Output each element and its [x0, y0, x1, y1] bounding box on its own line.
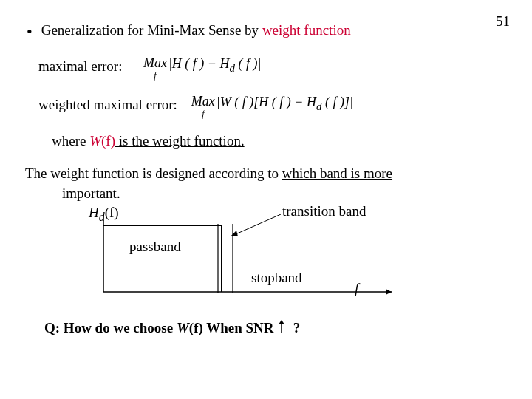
question-line: Q: How do we choose W(f) When SNR ?: [44, 320, 510, 338]
bullet-icon: •: [27, 24, 33, 40]
where-wf: W: [89, 133, 101, 149]
weighted-error-label: weighted maximal error:: [38, 97, 177, 112]
svg-marker-10: [279, 320, 284, 324]
title-line: • Generalization for Mini-Max Sense by w…: [22, 22, 510, 40]
design-line: The weight function is designed accordin…: [25, 164, 510, 203]
hd-d: d: [99, 211, 105, 223]
up-arrow-icon: [277, 320, 286, 338]
q-mid: When SNR: [203, 320, 277, 335]
svg-marker-1: [386, 289, 392, 295]
formula-2: Max f |W ( f )[H ( f ) − Hd ( f )]|: [191, 95, 353, 118]
formula-body: |H ( f ) − Hd ( f )|: [168, 56, 262, 75]
title-highlight: weight function: [262, 22, 351, 38]
svg-line-7: [231, 214, 281, 236]
svg-marker-8: [231, 231, 238, 236]
f2-b: ( f )]|: [321, 95, 352, 109]
stopband-label: stopband: [251, 270, 302, 286]
filter-diagram: Hd(f) transition band passband stopband …: [96, 211, 414, 307]
where-suffix: is the weight function.: [115, 133, 245, 149]
design-prefix: The weight function is designed accordin…: [25, 166, 282, 181]
title-text: Generalization for Mini-Max Sense by wei…: [41, 22, 351, 38]
where-line: where W(f) is the weight function.: [52, 133, 510, 149]
q-f: (f): [189, 320, 203, 335]
slide-content: • Generalization for Mini-Max Sense by w…: [22, 22, 510, 338]
f1-b: ( f )|: [235, 56, 261, 71]
max-sub-2: f: [202, 109, 204, 118]
hd-f: (f): [105, 205, 119, 220]
design-under2: important: [62, 185, 117, 201]
q-prefix: Q: How do we choose: [44, 320, 177, 335]
transition-label: transition band: [282, 203, 366, 219]
passband-label: passband: [129, 239, 181, 255]
weighted-error-row: weighted maximal error: Max f |W ( f )[H…: [38, 95, 510, 118]
max-text: Max: [143, 56, 167, 69]
hd-label: Hd(f): [89, 205, 119, 224]
max-sub: f: [154, 71, 156, 80]
axis-label: f: [355, 281, 358, 297]
q-mark: ?: [293, 320, 301, 335]
where-f: (f): [101, 133, 115, 149]
maximal-error-row: maximal error: Max f |H ( f ) − Hd ( f )…: [38, 56, 510, 80]
f1-d: d: [230, 62, 236, 74]
max-text-2: Max: [191, 95, 215, 108]
f2-a: |W ( f )[H ( f ) − H: [216, 95, 316, 109]
where-prefix: where: [52, 133, 89, 149]
max-stack: Max f: [143, 56, 167, 80]
formula-1: Max f |H ( f ) − Hd ( f )|: [143, 56, 262, 80]
f1-a: |H ( f ) − H: [168, 56, 230, 71]
hd-H: H: [89, 205, 99, 220]
design-under1: which band is more: [282, 166, 392, 181]
diagram-svg: [96, 211, 414, 307]
formula-body-2: |W ( f )[H ( f ) − Hd ( f )]|: [216, 95, 353, 113]
max-stack-2: Max f: [191, 95, 215, 118]
q-wf: W: [177, 320, 189, 335]
maximal-error-label: maximal error:: [38, 58, 122, 74]
title-prefix: Generalization for Mini-Max Sense by: [41, 22, 262, 38]
design-dot: .: [117, 185, 120, 201]
